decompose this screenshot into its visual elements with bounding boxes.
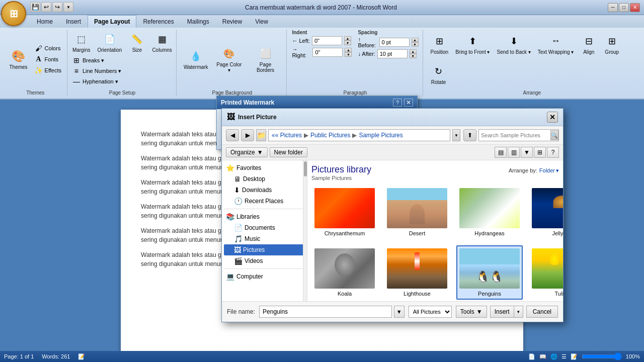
picture-item-jellyfish[interactable]: Jellyfish: [529, 185, 563, 239]
colors-button[interactable]: 🖌 Colors: [32, 43, 64, 53]
nav-item-downloads[interactable]: ⬇ Downloads: [224, 185, 305, 196]
help-button[interactable]: ?: [547, 147, 559, 158]
breadcrumb-public-pictures[interactable]: Public Pictures: [310, 132, 350, 139]
right-down-arrow[interactable]: ▼: [345, 52, 352, 57]
hyphenation-button[interactable]: — Hyphenation ▾: [70, 76, 124, 86]
tab-insert[interactable]: Insert: [59, 15, 88, 28]
left-down-arrow[interactable]: ▼: [344, 41, 351, 45]
effects-button[interactable]: ✨ Effects: [32, 65, 64, 75]
tab-review[interactable]: Review: [216, 15, 249, 28]
organize-button[interactable]: Organize ▼: [226, 147, 268, 157]
office-logo[interactable]: ⊞: [1, 1, 26, 26]
nav-scrollbar[interactable]: [303, 160, 307, 301]
picture-item-koala[interactable]: Koala: [311, 245, 378, 300]
tab-mailings[interactable]: Mailings: [181, 15, 216, 28]
view-list-button[interactable]: ▤: [495, 147, 507, 158]
picture-item-hydrangeas[interactable]: Hydrangeas: [456, 185, 523, 239]
size-button[interactable]: 📏 Size: [126, 30, 147, 54]
up-nav-button[interactable]: ⬆: [463, 129, 476, 141]
nav-item-computer[interactable]: 💻 Computer: [224, 271, 305, 282]
rotate-button[interactable]: ↻ Rotate: [428, 62, 449, 86]
nav-item-recent[interactable]: 🕐 Recent Places: [224, 196, 305, 207]
line-numbers-button[interactable]: ≡ Line Numbers ▾: [70, 66, 124, 76]
nav-item-videos[interactable]: 🎬 Videos: [224, 255, 305, 266]
breadcrumb-pictures[interactable]: «« Pictures: [272, 132, 302, 139]
spacing-header: Spacing: [358, 30, 418, 35]
view-details-button[interactable]: ▥: [508, 147, 520, 158]
close-button[interactable]: ✕: [630, 3, 640, 12]
position-button[interactable]: ⊞ Position: [428, 32, 451, 56]
search-input[interactable]: [481, 132, 550, 138]
picture-item-tulips[interactable]: Tulips: [529, 245, 563, 300]
after-spacing-input[interactable]: [377, 49, 408, 58]
right-up-arrow[interactable]: ▲: [345, 48, 352, 52]
themes-button[interactable]: 🎨 Themes: [7, 47, 30, 71]
watermark-close-button[interactable]: ✕: [404, 99, 413, 107]
insert-button-arrow[interactable]: ▼: [514, 306, 523, 318]
new-folder-button[interactable]: New folder: [270, 147, 307, 157]
group-button[interactable]: ⊞ Group: [601, 32, 622, 56]
nav-item-documents[interactable]: 📄 Documents: [224, 222, 305, 233]
breaks-button[interactable]: ⊞ Breaks ▾: [70, 55, 124, 65]
filename-dropdown-button[interactable]: ▼: [394, 306, 405, 318]
watermark-button[interactable]: 💧 Watermark: [182, 47, 210, 71]
orientation-button[interactable]: 📄 Orientation: [95, 30, 124, 54]
nav-item-music[interactable]: 🎵 Music: [224, 233, 305, 244]
redo-button[interactable]: ↪: [52, 2, 62, 12]
view-draft[interactable]: 📝: [571, 353, 578, 360]
minimize-button[interactable]: ─: [608, 3, 618, 12]
left-up-arrow[interactable]: ▲: [344, 36, 351, 41]
cancel-button[interactable]: Cancel: [526, 306, 558, 318]
tab-page-layout[interactable]: Page Layout: [88, 15, 136, 28]
picture-item-chrysanthemum[interactable]: Chrysanthemum: [311, 185, 378, 239]
after-down-arrow[interactable]: ▼: [410, 54, 417, 58]
maximize-button[interactable]: □: [619, 3, 629, 12]
view-normal[interactable]: 📄: [528, 353, 535, 360]
before-down-arrow[interactable]: ▼: [412, 42, 419, 47]
before-spacing-input[interactable]: [379, 38, 410, 47]
back-button[interactable]: ◀: [226, 129, 239, 141]
text-wrapping-button[interactable]: ↔ Text Wrapping ▾: [535, 32, 577, 56]
columns-button[interactable]: ▦ Columns: [149, 30, 174, 54]
filetype-select[interactable]: All Pictures: [409, 306, 452, 318]
tab-references[interactable]: References: [136, 15, 180, 28]
left-indent-input[interactable]: [312, 36, 342, 45]
send-to-back-button[interactable]: ⬇ Send to Back ▾: [494, 32, 533, 56]
nav-item-desktop[interactable]: 🖥 Desktop: [224, 173, 305, 185]
search-button[interactable]: 🔍: [550, 130, 558, 140]
dropdown-arrow[interactable]: ▼: [63, 2, 73, 12]
right-indent-input[interactable]: [312, 48, 343, 57]
forward-button[interactable]: ▶: [241, 129, 254, 141]
undo-button[interactable]: ↩: [41, 2, 51, 12]
fonts-button[interactable]: A Fonts: [32, 54, 64, 64]
arrange-by-value[interactable]: Folder ▾: [539, 167, 559, 174]
page-color-button[interactable]: 🎨 Page Color ▾: [213, 44, 246, 74]
watermark-help-button[interactable]: ?: [393, 99, 402, 107]
align-button[interactable]: ⊟ Align: [578, 32, 599, 56]
page-borders-button[interactable]: ⬜ Page Borders: [249, 44, 283, 74]
picture-item-desert[interactable]: Desert: [384, 185, 450, 239]
view-web[interactable]: 🌐: [550, 353, 557, 360]
after-up-arrow[interactable]: ▲: [410, 49, 417, 54]
filename-input[interactable]: [259, 306, 392, 318]
office-button[interactable]: ⊞: [1, 1, 26, 26]
view-reading[interactable]: 📖: [539, 353, 546, 360]
nav-item-pictures[interactable]: 🖼 Pictures: [224, 244, 305, 255]
insert-dialog-close-button[interactable]: ✕: [547, 112, 558, 123]
tab-home[interactable]: Home: [30, 15, 59, 28]
picture-item-lighthouse[interactable]: Lighthouse: [384, 245, 450, 300]
view-outline[interactable]: ☰: [561, 353, 567, 360]
save-button[interactable]: 💾: [30, 2, 40, 12]
zoom-slider[interactable]: [582, 353, 622, 360]
breadcrumb-sample-pictures[interactable]: Sample Pictures: [359, 132, 403, 139]
tools-button[interactable]: Tools ▼: [456, 306, 487, 318]
tab-view[interactable]: View: [249, 15, 275, 28]
insert-button[interactable]: Insert: [490, 306, 514, 318]
large-icons-button[interactable]: ⊞: [534, 147, 546, 158]
before-up-arrow[interactable]: ▲: [412, 38, 419, 42]
view-dropdown-button[interactable]: ▼: [521, 147, 533, 158]
bring-to-front-button[interactable]: ⬆ Bring to Front ▾: [453, 32, 492, 56]
margins-button[interactable]: ⬚ Margins: [70, 30, 93, 54]
picture-item-penguins[interactable]: Penguins: [456, 245, 523, 300]
breadcrumb-dropdown-button[interactable]: ▼: [452, 129, 460, 141]
